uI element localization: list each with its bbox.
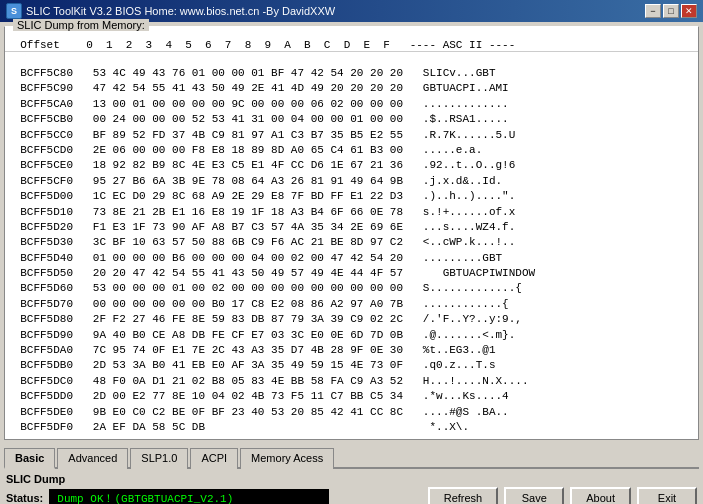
slic-dump-label: SLIC Dump <box>6 473 697 485</box>
tab-advanced[interactable]: Advanced <box>57 448 128 469</box>
hex-header: Offset 0 1 2 3 4 5 6 7 8 9 A B C D E F -… <box>5 37 698 52</box>
title-bar-buttons: − □ ✕ <box>645 4 697 18</box>
status-area: SLIC Dump Status: Dump OK！(GBTGBTUACPI_V… <box>4 469 699 504</box>
hex-content: BCFF5C80 53 4C 49 43 76 01 00 00 01 BF 4… <box>7 66 696 435</box>
app-icon: S <box>6 3 22 19</box>
status-label-row: Status: Dump OK！(GBTGBTUACPI_V2.1) Refre… <box>6 487 697 504</box>
title-text: SLIC ToolKit V3.2 BIOS Home: www.bios.ne… <box>26 5 335 17</box>
tab-acpi[interactable]: ACPI <box>190 448 238 469</box>
btn-row: Refresh Save About Exit <box>428 487 697 504</box>
group-legend: SLIC Dump from Memory: <box>13 19 149 31</box>
refresh-button[interactable]: Refresh <box>428 487 499 504</box>
status-label: Status: <box>6 492 43 504</box>
about-button[interactable]: About <box>570 487 631 504</box>
maximize-button[interactable]: □ <box>663 4 679 18</box>
slic-dump-group: SLIC Dump from Memory: Offset 0 1 2 3 4 … <box>4 26 699 440</box>
title-bar-left: S SLIC ToolKit V3.2 BIOS Home: www.bios.… <box>6 3 335 19</box>
tab-slp1.0[interactable]: SLP1.0 <box>130 448 188 469</box>
tab-memory-acess[interactable]: Memory Acess <box>240 448 334 469</box>
tabs-bar: BasicAdvancedSLP1.0ACPIMemory Acess <box>4 446 699 469</box>
tab-basic[interactable]: Basic <box>4 448 55 469</box>
status-value: Dump OK！(GBTGBTUACPI_V2.1) <box>49 489 329 504</box>
close-button[interactable]: ✕ <box>681 4 697 18</box>
minimize-button[interactable]: − <box>645 4 661 18</box>
save-button[interactable]: Save <box>504 487 564 504</box>
hex-dump-area[interactable]: BCFF5C80 53 4C 49 43 76 01 00 00 01 BF 4… <box>5 62 698 439</box>
main-window: SLIC Dump from Memory: Offset 0 1 2 3 4 … <box>0 22 703 504</box>
exit-button[interactable]: Exit <box>637 487 697 504</box>
